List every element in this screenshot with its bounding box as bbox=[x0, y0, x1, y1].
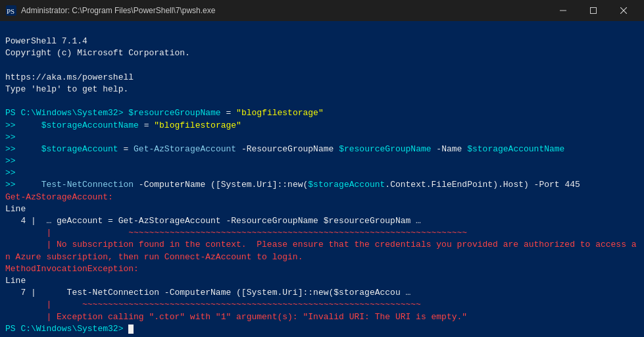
line-error-loc4: 7 | Test-NetConnection -ComputerName ([S… bbox=[5, 288, 410, 298]
window-controls bbox=[548, 0, 639, 21]
line-output4: >> bbox=[5, 156, 16, 166]
svg-text:PS: PS bbox=[7, 7, 14, 15]
minimize-button[interactable] bbox=[548, 0, 578, 21]
line-error-header1: Get-AzStorageAccount: bbox=[5, 192, 113, 202]
line-error-loc1: Line bbox=[5, 204, 26, 214]
line-error-msg3: | Exception calling ".ctor" with "1" arg… bbox=[5, 312, 467, 322]
line-output3: >> $storageAccount = Get-AzStorageAccoun… bbox=[5, 144, 564, 154]
line-error-msg1: | No subscription found in the context. … bbox=[5, 240, 637, 249]
line-error-squiggle1: | ~~~~~~~~~~~~~~~~~~~~~~~~~~~~~~~~~~~~~~… bbox=[5, 228, 467, 238]
line-error-msg2: n Azure subscription, then run Connect-A… bbox=[5, 252, 303, 262]
terminal-output[interactable]: PowerShell 7.1.4 Copyright (c) Microsoft… bbox=[0, 21, 644, 337]
line-copyright: Copyright (c) Microsoft Corporation. bbox=[5, 48, 190, 58]
line-output5: >> bbox=[5, 168, 16, 178]
line-output2: >> bbox=[5, 132, 16, 142]
app-icon: PS bbox=[5, 5, 17, 16]
close-button[interactable] bbox=[608, 0, 639, 21]
maximize-button[interactable] bbox=[578, 0, 608, 21]
line-prompt1: PS C:\Windows\System32> $resourceGroupNa… bbox=[5, 108, 324, 118]
line-error-squiggle2: | ~~~~~~~~~~~~~~~~~~~~~~~~~~~~~~~~~~~~~~… bbox=[5, 299, 421, 309]
svg-rect-3 bbox=[591, 8, 597, 14]
window-title: Administrator: C:\Program Files\PowerShe… bbox=[21, 6, 548, 15]
line-error-header2: MethodInvocationException: bbox=[5, 264, 139, 274]
line-final-prompt: PS C:\Windows\System32> bbox=[5, 324, 134, 334]
titlebar: PS Administrator: C:\Program Files\Power… bbox=[0, 0, 644, 21]
line-help: Type 'help' to get help. bbox=[5, 84, 128, 94]
line-output1: >> $storageAccountName = "blogfilestorag… bbox=[5, 120, 241, 130]
line-error-loc3: Line bbox=[5, 276, 26, 286]
line-error-loc2: 4 | … geAccount = Get-AzStorageAccount -… bbox=[5, 216, 421, 226]
svg-rect-2 bbox=[560, 11, 566, 11]
line-output6: >> Test-NetConnection -ComputerName ([Sy… bbox=[5, 180, 580, 190]
line-powershell-version: PowerShell 7.1.4 bbox=[5, 36, 87, 46]
line-url: https://aka.ms/powershell bbox=[5, 72, 134, 82]
